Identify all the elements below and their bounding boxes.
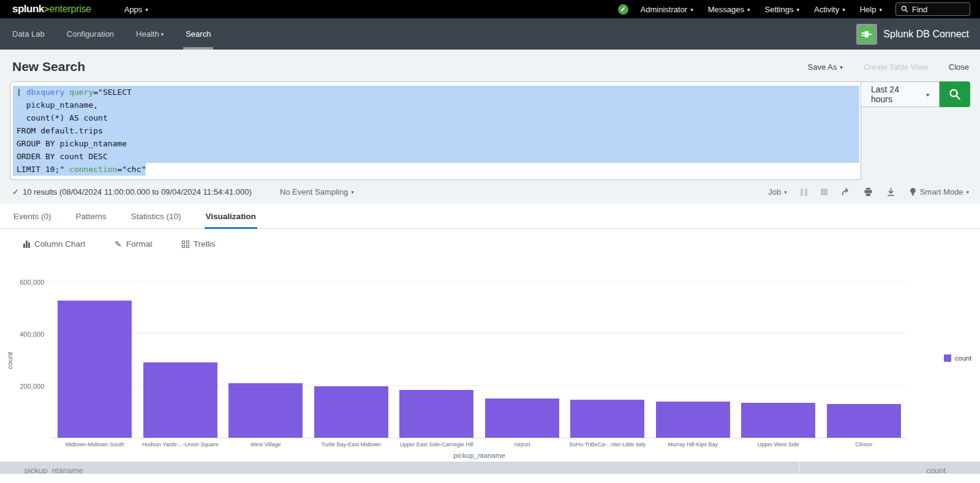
caret-down-icon: ▾ xyxy=(879,7,882,13)
y-axis-tick: 200,000 xyxy=(0,383,44,390)
search-icon xyxy=(949,88,961,100)
result-summary: 10 results (08/04/2024 11:00:00.000 to 0… xyxy=(23,187,252,197)
query-line: GROUP BY pickup_ntaname xyxy=(13,137,859,150)
y-axis-tick: 600,000 xyxy=(0,279,44,286)
column-chart: count 200,000400,000600,000 Midtown-Midt… xyxy=(0,259,980,454)
find-search-box[interactable] xyxy=(895,2,970,16)
search-mode-dropdown[interactable]: Smart Mode ▾ xyxy=(909,187,969,197)
pause-job-button[interactable] xyxy=(801,189,807,196)
bar-slot xyxy=(309,266,394,438)
chart-type-label: Column Chart xyxy=(34,239,85,249)
create-table-view-button[interactable]: Create Table View xyxy=(864,62,928,72)
apps-menu-label: Apps xyxy=(124,5,143,14)
find-input[interactable] xyxy=(912,5,961,14)
trellis-menu[interactable]: Trellis xyxy=(182,239,216,249)
messages-menu-label: Messages xyxy=(708,5,744,14)
nav-item-data-lab[interactable]: Data Lab xyxy=(0,18,56,50)
bar-4[interactable] xyxy=(314,386,388,438)
bar-slot xyxy=(480,266,565,438)
caret-down-icon: ▾ xyxy=(966,190,969,195)
nav-item-search[interactable]: Search xyxy=(175,18,222,50)
time-range-label: Last 24 hours xyxy=(871,84,921,104)
tab-events[interactable]: Events (0) xyxy=(12,212,53,228)
caret-down-icon: ▾ xyxy=(351,190,354,195)
chart-legend[interactable]: count xyxy=(944,354,971,362)
visualization-controls: Column Chart ✎ Format Trellis xyxy=(0,229,980,259)
app-nav-bar: Data Lab Configuration Health ▾ Search xyxy=(0,18,980,50)
page-title: New Search xyxy=(12,59,85,74)
nav-item-configuration[interactable]: Configuration xyxy=(56,18,125,50)
db-connect-plug-icon xyxy=(858,26,875,43)
x-axis-label: Upper East Side-Carnegie Hill xyxy=(394,441,480,447)
tab-patterns[interactable]: Patterns xyxy=(75,212,108,228)
stop-job-button[interactable] xyxy=(821,189,827,195)
bar-2[interactable] xyxy=(143,362,217,438)
bar-10[interactable] xyxy=(827,404,901,438)
bar-slot xyxy=(223,266,309,438)
nav-item-label: Health xyxy=(136,29,159,39)
x-axis-label: SoHo-TriBeCa-...nter-Little Italy xyxy=(565,441,650,447)
help-menu[interactable]: Help ▾ xyxy=(853,0,889,18)
top-bar-right: ✓ Administrator ▾ Messages ▾ Settings ▾ … xyxy=(618,0,980,18)
bar-1[interactable] xyxy=(58,301,132,438)
bar-6[interactable] xyxy=(485,399,559,438)
logo-product-text: enterprise xyxy=(50,4,91,15)
administrator-menu[interactable]: Administrator ▾ xyxy=(633,0,701,18)
bar-slot xyxy=(52,266,138,438)
settings-menu[interactable]: Settings ▾ xyxy=(758,0,807,18)
job-menu[interactable]: Job ▾ xyxy=(768,187,787,197)
bar-9[interactable] xyxy=(741,403,815,438)
caret-down-icon: ▾ xyxy=(161,32,164,37)
tab-visualization[interactable]: Visualization xyxy=(205,212,257,228)
bar-3[interactable] xyxy=(228,383,303,438)
format-menu[interactable]: ✎ Format xyxy=(115,239,153,249)
bar-5[interactable] xyxy=(399,390,473,438)
x-axis-label: Midtown-Midtown South xyxy=(52,441,138,447)
bar-7[interactable] xyxy=(570,400,644,438)
caret-down-icon: ▾ xyxy=(842,7,845,13)
apps-menu[interactable]: Apps ▾ xyxy=(117,0,156,18)
nav-item-health[interactable]: Health ▾ xyxy=(125,18,175,50)
save-as-button[interactable]: Save As ▾ xyxy=(807,62,842,72)
job-done-check-icon: ✓ xyxy=(12,187,19,197)
column-header-count[interactable]: count xyxy=(800,462,980,474)
caret-down-icon: ▾ xyxy=(145,7,148,13)
app-title: Splunk DB Connect xyxy=(883,29,969,40)
run-search-button[interactable] xyxy=(940,81,970,107)
chart-type-picker[interactable]: Column Chart xyxy=(23,239,85,249)
activity-menu[interactable]: Activity ▾ xyxy=(807,0,853,18)
job-status-bar: ✓ 10 results (08/04/2024 11:00:00.000 to… xyxy=(0,180,980,203)
tab-statistics[interactable]: Statistics (10) xyxy=(130,212,183,228)
export-button[interactable] xyxy=(886,187,895,197)
save-as-label: Save As xyxy=(807,62,837,72)
format-label: Format xyxy=(126,239,153,249)
settings-menu-label: Settings xyxy=(765,5,794,14)
chart-plot: 200,000400,000600,000 xyxy=(52,266,907,438)
bar-slot xyxy=(138,266,224,438)
app-home-link[interactable]: Splunk DB Connect xyxy=(856,24,980,45)
pencil-icon: ✎ xyxy=(115,239,122,249)
messages-menu[interactable]: Messages ▾ xyxy=(701,0,758,18)
lightbulb-icon xyxy=(909,187,917,197)
activity-menu-label: Activity xyxy=(814,5,839,14)
query-line: count(*) AS count xyxy=(13,111,859,124)
create-table-view-label: Create Table View xyxy=(864,62,928,72)
nav-item-label: Search xyxy=(186,29,211,39)
bar-8[interactable] xyxy=(656,402,730,438)
close-button[interactable]: Close xyxy=(949,62,969,72)
print-button[interactable] xyxy=(864,187,873,197)
health-status-icon[interactable]: ✓ xyxy=(618,4,628,15)
search-query-editor[interactable]: | dbxquery query="SELECT pickup_ntaname,… xyxy=(10,81,861,180)
time-range-picker[interactable]: Last 24 hours ▾ xyxy=(861,81,940,107)
top-bar: splunk>enterprise Apps ▾ ✓ Administrator… xyxy=(0,0,980,18)
event-sampling-dropdown[interactable]: No Event Sampling ▾ xyxy=(280,187,354,197)
search-row: | dbxquery query="SELECT pickup_ntaname,… xyxy=(10,81,970,180)
bar-slot xyxy=(394,266,480,438)
share-job-button[interactable] xyxy=(841,187,850,197)
column-header-pickup-ntaname[interactable]: pickup_ntaname xyxy=(0,462,800,474)
logo-splunk-text: splunk xyxy=(12,3,44,15)
x-axis-label: West Village xyxy=(223,441,309,447)
query-line: LIMIT 10;" connection="chc" xyxy=(13,163,859,176)
splunk-logo[interactable]: splunk>enterprise xyxy=(12,3,91,15)
search-band: New Search Save As ▾ Create Table View C… xyxy=(0,50,980,204)
